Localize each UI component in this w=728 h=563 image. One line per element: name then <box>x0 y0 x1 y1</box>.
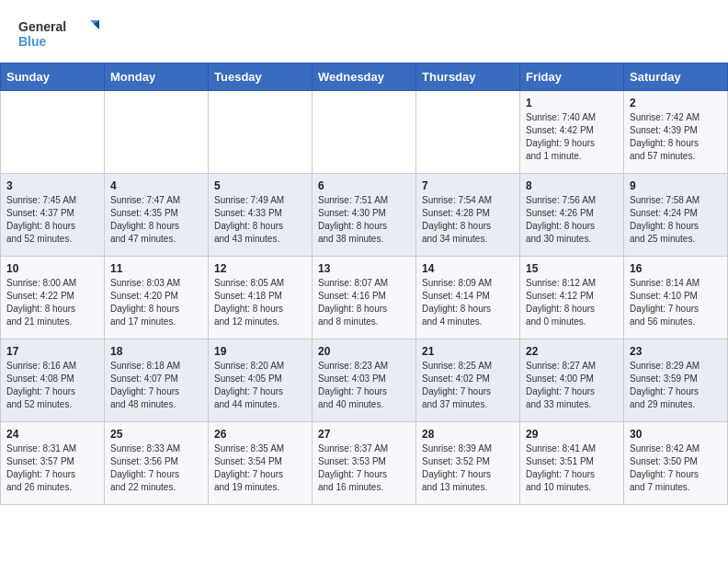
day-number: 13 <box>318 262 410 275</box>
calendar-day-cell <box>416 91 520 174</box>
day-number: 10 <box>6 262 98 275</box>
day-number: 7 <box>422 179 514 192</box>
day-info: Sunrise: 7:47 AM Sunset: 4:35 PM Dayligh… <box>110 194 202 246</box>
day-number: 25 <box>110 428 202 441</box>
calendar-week-row: 24Sunrise: 8:31 AM Sunset: 3:57 PM Dayli… <box>1 422 728 505</box>
day-info: Sunrise: 8:37 AM Sunset: 3:53 PM Dayligh… <box>318 442 410 494</box>
calendar-week-row: 1Sunrise: 7:40 AM Sunset: 4:42 PM Daylig… <box>1 91 728 174</box>
weekday-header: Tuesday <box>209 63 313 91</box>
calendar-week-row: 10Sunrise: 8:00 AM Sunset: 4:22 PM Dayli… <box>1 257 728 339</box>
calendar-day-cell <box>313 91 416 174</box>
day-number: 29 <box>526 428 618 441</box>
day-info: Sunrise: 8:09 AM Sunset: 4:14 PM Dayligh… <box>422 277 514 328</box>
day-info: Sunrise: 8:33 AM Sunset: 3:56 PM Dayligh… <box>110 442 202 494</box>
day-info: Sunrise: 8:27 AM Sunset: 4:00 PM Dayligh… <box>526 360 618 411</box>
day-number: 21 <box>422 345 514 358</box>
calendar-day-cell: 14Sunrise: 8:09 AM Sunset: 4:14 PM Dayli… <box>416 257 520 339</box>
calendar-day-cell: 19Sunrise: 8:20 AM Sunset: 4:05 PM Dayli… <box>209 339 313 422</box>
day-number: 19 <box>214 345 306 358</box>
day-info: Sunrise: 8:42 AM Sunset: 3:50 PM Dayligh… <box>630 442 722 494</box>
weekday-header: Monday <box>105 63 209 91</box>
day-info: Sunrise: 8:23 AM Sunset: 4:03 PM Dayligh… <box>318 360 410 411</box>
day-info: Sunrise: 8:16 AM Sunset: 4:08 PM Dayligh… <box>6 360 98 411</box>
svg-text:General: General <box>18 19 66 34</box>
calendar-day-cell: 23Sunrise: 8:29 AM Sunset: 3:59 PM Dayli… <box>624 339 728 422</box>
day-number: 20 <box>318 345 410 358</box>
day-info: Sunrise: 7:40 AM Sunset: 4:42 PM Dayligh… <box>526 111 618 163</box>
calendar-day-cell: 8Sunrise: 7:56 AM Sunset: 4:26 PM Daylig… <box>520 174 624 257</box>
calendar-day-cell: 30Sunrise: 8:42 AM Sunset: 3:50 PM Dayli… <box>624 422 728 505</box>
day-info: Sunrise: 8:20 AM Sunset: 4:05 PM Dayligh… <box>214 360 306 411</box>
day-number: 17 <box>6 345 98 358</box>
calendar-day-cell: 18Sunrise: 8:18 AM Sunset: 4:07 PM Dayli… <box>105 339 209 422</box>
logo: General Blue <box>18 17 101 53</box>
calendar-day-cell: 16Sunrise: 8:14 AM Sunset: 4:10 PM Dayli… <box>624 257 728 339</box>
day-info: Sunrise: 8:41 AM Sunset: 3:51 PM Dayligh… <box>526 442 618 494</box>
day-number: 2 <box>630 97 722 109</box>
day-info: Sunrise: 7:42 AM Sunset: 4:39 PM Dayligh… <box>630 111 722 163</box>
weekday-header: Saturday <box>624 63 728 91</box>
day-info: Sunrise: 7:51 AM Sunset: 4:30 PM Dayligh… <box>318 194 410 246</box>
calendar-day-cell: 10Sunrise: 8:00 AM Sunset: 4:22 PM Dayli… <box>1 257 105 339</box>
day-number: 3 <box>6 179 98 192</box>
calendar-day-cell: 5Sunrise: 7:49 AM Sunset: 4:33 PM Daylig… <box>209 174 313 257</box>
calendar-day-cell: 6Sunrise: 7:51 AM Sunset: 4:30 PM Daylig… <box>313 174 416 257</box>
day-number: 9 <box>630 179 722 192</box>
weekday-header: Friday <box>520 63 624 91</box>
calendar-day-cell: 2Sunrise: 7:42 AM Sunset: 4:39 PM Daylig… <box>624 91 728 174</box>
day-number: 11 <box>110 262 202 275</box>
day-info: Sunrise: 7:56 AM Sunset: 4:26 PM Dayligh… <box>526 194 618 246</box>
calendar-day-cell: 1Sunrise: 7:40 AM Sunset: 4:42 PM Daylig… <box>520 91 624 174</box>
calendar-day-cell <box>209 91 313 174</box>
weekday-header: Wednesday <box>313 63 416 91</box>
day-info: Sunrise: 8:05 AM Sunset: 4:18 PM Dayligh… <box>214 277 306 328</box>
day-number: 15 <box>526 262 618 275</box>
weekday-header: Thursday <box>416 63 520 91</box>
day-info: Sunrise: 8:00 AM Sunset: 4:22 PM Dayligh… <box>6 277 98 328</box>
calendar-day-cell: 25Sunrise: 8:33 AM Sunset: 3:56 PM Dayli… <box>105 422 209 505</box>
calendar-day-cell: 26Sunrise: 8:35 AM Sunset: 3:54 PM Dayli… <box>209 422 313 505</box>
calendar-day-cell: 7Sunrise: 7:54 AM Sunset: 4:28 PM Daylig… <box>416 174 520 257</box>
day-info: Sunrise: 8:12 AM Sunset: 4:12 PM Dayligh… <box>526 277 618 328</box>
day-number: 24 <box>6 428 98 441</box>
calendar-day-cell: 29Sunrise: 8:41 AM Sunset: 3:51 PM Dayli… <box>520 422 624 505</box>
calendar-day-cell: 20Sunrise: 8:23 AM Sunset: 4:03 PM Dayli… <box>313 339 416 422</box>
calendar-day-cell: 22Sunrise: 8:27 AM Sunset: 4:00 PM Dayli… <box>520 339 624 422</box>
day-number: 28 <box>422 428 514 441</box>
day-number: 6 <box>318 179 410 192</box>
calendar-day-cell: 4Sunrise: 7:47 AM Sunset: 4:35 PM Daylig… <box>105 174 209 257</box>
day-info: Sunrise: 8:14 AM Sunset: 4:10 PM Dayligh… <box>630 277 722 328</box>
day-info: Sunrise: 8:03 AM Sunset: 4:20 PM Dayligh… <box>110 277 202 328</box>
day-info: Sunrise: 7:58 AM Sunset: 4:24 PM Dayligh… <box>630 194 722 246</box>
day-number: 1 <box>526 97 618 109</box>
day-number: 18 <box>110 345 202 358</box>
day-info: Sunrise: 8:25 AM Sunset: 4:02 PM Dayligh… <box>422 360 514 411</box>
calendar-day-cell: 17Sunrise: 8:16 AM Sunset: 4:08 PM Dayli… <box>1 339 105 422</box>
day-number: 4 <box>110 179 202 192</box>
logo-svg: General Blue <box>18 17 101 53</box>
day-number: 27 <box>318 428 410 441</box>
day-info: Sunrise: 7:45 AM Sunset: 4:37 PM Dayligh… <box>6 194 98 246</box>
day-number: 14 <box>422 262 514 275</box>
calendar-day-cell: 13Sunrise: 8:07 AM Sunset: 4:16 PM Dayli… <box>313 257 416 339</box>
day-info: Sunrise: 7:54 AM Sunset: 4:28 PM Dayligh… <box>422 194 514 246</box>
day-number: 12 <box>214 262 306 275</box>
calendar-day-cell: 21Sunrise: 8:25 AM Sunset: 4:02 PM Dayli… <box>416 339 520 422</box>
day-number: 23 <box>630 345 722 358</box>
calendar-header-row: SundayMondayTuesdayWednesdayThursdayFrid… <box>1 63 728 91</box>
calendar: SundayMondayTuesdayWednesdayThursdayFrid… <box>0 63 728 505</box>
header: General Blue <box>0 0 728 63</box>
calendar-day-cell: 28Sunrise: 8:39 AM Sunset: 3:52 PM Dayli… <box>416 422 520 505</box>
calendar-day-cell: 9Sunrise: 7:58 AM Sunset: 4:24 PM Daylig… <box>624 174 728 257</box>
calendar-day-cell: 24Sunrise: 8:31 AM Sunset: 3:57 PM Dayli… <box>1 422 105 505</box>
calendar-day-cell: 3Sunrise: 7:45 AM Sunset: 4:37 PM Daylig… <box>1 174 105 257</box>
calendar-day-cell: 11Sunrise: 8:03 AM Sunset: 4:20 PM Dayli… <box>105 257 209 339</box>
day-number: 16 <box>630 262 722 275</box>
day-number: 26 <box>214 428 306 441</box>
day-info: Sunrise: 8:35 AM Sunset: 3:54 PM Dayligh… <box>214 442 306 494</box>
calendar-day-cell <box>105 91 209 174</box>
day-number: 8 <box>526 179 618 192</box>
calendar-week-row: 3Sunrise: 7:45 AM Sunset: 4:37 PM Daylig… <box>1 174 728 257</box>
day-number: 5 <box>214 179 306 192</box>
day-info: Sunrise: 8:18 AM Sunset: 4:07 PM Dayligh… <box>110 360 202 411</box>
